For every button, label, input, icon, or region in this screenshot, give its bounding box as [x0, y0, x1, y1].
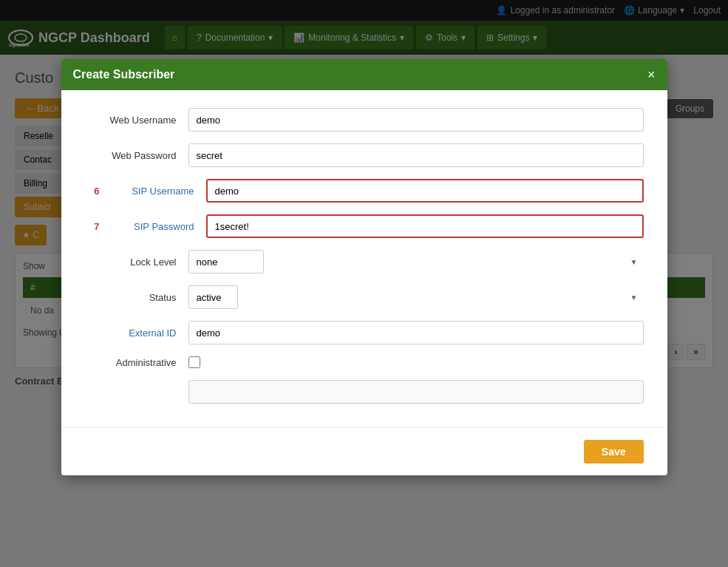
- web-username-row: Web Username: [85, 108, 644, 132]
- row-number-7: 7: [85, 221, 100, 232]
- partial-input[interactable]: [188, 380, 644, 401]
- administrative-label: Administrative: [85, 357, 188, 368]
- modal-overlay: Create Subscriber × Web Username Web Pas…: [0, 0, 728, 401]
- status-select[interactable]: active inactive locked: [188, 285, 238, 309]
- modal-title: Create Subscriber: [73, 68, 175, 81]
- administrative-checkbox[interactable]: [188, 356, 200, 368]
- sip-username-row: 6 SIP Username: [85, 179, 644, 203]
- web-username-input[interactable]: [188, 108, 644, 132]
- web-password-label: Web Password: [85, 150, 188, 161]
- sip-password-input[interactable]: [206, 214, 644, 238]
- external-id-input[interactable]: [188, 321, 644, 344]
- modal-body: Web Username Web Password 6 SIP Username…: [61, 90, 667, 401]
- modal-header: Create Subscriber ×: [61, 59, 667, 90]
- sip-username-label: SIP Username: [103, 186, 206, 197]
- sip-username-input[interactable]: [206, 179, 644, 203]
- lock-level-wrapper: none read-only lockout global lockout: [188, 250, 644, 274]
- lock-level-row: Lock Level none read-only lockout global…: [85, 250, 644, 274]
- create-subscriber-modal: Create Subscriber × Web Username Web Pas…: [61, 59, 667, 401]
- partial-row: [85, 380, 644, 401]
- web-password-input[interactable]: [188, 143, 644, 167]
- web-username-label: Web Username: [85, 115, 188, 126]
- lock-level-select[interactable]: none read-only lockout global lockout: [188, 250, 264, 274]
- status-wrapper: active inactive locked: [188, 285, 644, 309]
- status-label: Status: [85, 292, 188, 303]
- sip-password-row: 7 SIP Password: [85, 214, 644, 238]
- administrative-row: Administrative: [85, 356, 644, 368]
- lock-level-label: Lock Level: [85, 257, 188, 268]
- modal-close-button[interactable]: ×: [647, 68, 656, 81]
- web-password-row: Web Password: [85, 143, 644, 167]
- sip-password-label: SIP Password: [103, 221, 206, 232]
- external-id-label: External ID: [85, 327, 188, 339]
- status-row: Status active inactive locked: [85, 285, 644, 309]
- external-id-row: External ID: [85, 321, 644, 344]
- row-number-6: 6: [85, 186, 100, 197]
